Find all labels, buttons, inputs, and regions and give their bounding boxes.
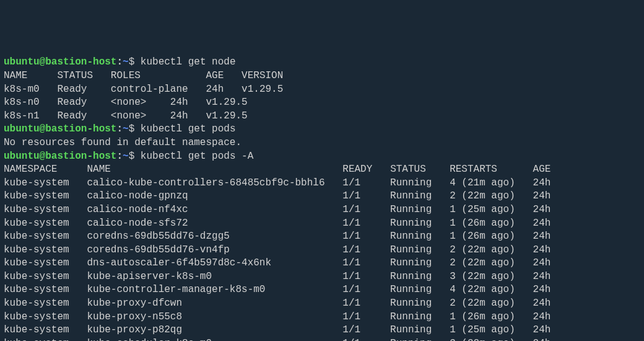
pod-name: dns-autoscaler-6f4b597d8c-4x6nk: [87, 257, 342, 268]
pod-namespace: kube-system: [4, 177, 87, 188]
pod-ready: 1/1: [342, 177, 390, 188]
pod-age: 24h: [533, 271, 551, 282]
pod-name: coredns-69db55dd76-vn4fp: [87, 244, 342, 255]
pod-row: kube-system calico-node-gpnzq 1/1 Runnin…: [4, 190, 550, 202]
col-roles: ROLES: [111, 70, 141, 81]
pod-age: 24h: [533, 311, 551, 322]
dollar: $: [129, 56, 141, 68]
pod-namespace: kube-system: [4, 324, 87, 335]
command-get-node: kubectl get node: [141, 56, 236, 68]
node-status: Ready: [57, 110, 110, 122]
pod-ready: 1/1: [342, 231, 390, 242]
node-roles: <none>: [111, 110, 170, 122]
node-status: Ready: [57, 84, 110, 95]
command-get-pods: kubectl get pods: [141, 123, 236, 135]
pod-namespace: kube-system: [4, 218, 87, 229]
pod-status: Running: [390, 284, 450, 295]
pod-status: Running: [390, 177, 450, 188]
pod-namespace: kube-system: [4, 190, 87, 202]
col-name: NAME: [4, 70, 27, 81]
pod-ready: 1/1: [342, 204, 390, 215]
node-age: 24h: [170, 97, 206, 108]
pod-status: Running: [390, 338, 450, 341]
pod-age: 24h: [533, 204, 551, 215]
pod-row: kube-system kube-proxy-n55c8 1/1 Running…: [4, 311, 550, 322]
col-name: NAME: [87, 164, 110, 175]
pod-age: 24h: [533, 190, 551, 202]
no-resources-line: No resources found in default namespace.: [4, 137, 242, 148]
col-status: STATUS: [390, 164, 426, 175]
pod-row: kube-system kube-apiserver-k8s-m0 1/1 Ru…: [4, 271, 550, 282]
pod-age: 24h: [533, 284, 551, 295]
pod-namespace: kube-system: [4, 231, 87, 242]
pod-row: kube-system calico-node-sfs72 1/1 Runnin…: [4, 218, 550, 229]
path: ~: [123, 56, 129, 68]
pod-row: kube-system calico-node-nf4xc 1/1 Runnin…: [4, 204, 550, 215]
prompt-line: ubuntu@bastion-host:~$ kubectl get pods …: [4, 151, 253, 162]
pod-status: Running: [390, 244, 450, 255]
col-age: AGE: [533, 164, 551, 175]
pod-row: kube-system coredns-69db55dd76-dzgg5 1/1…: [4, 231, 550, 242]
col-restarts: RESTARTS: [450, 164, 497, 175]
pod-restarts: 4 (22m ago): [450, 284, 533, 295]
pod-ready: 1/1: [342, 257, 390, 268]
node-roles: <none>: [111, 97, 170, 108]
pod-row: kube-system kube-controller-manager-k8s-…: [4, 284, 550, 295]
pod-status: Running: [390, 257, 450, 268]
node-row: k8s-n0 Ready <none> 24h v1.29.5: [4, 97, 248, 108]
user-host: ubuntu@bastion-host: [4, 151, 116, 162]
pod-ready: 1/1: [342, 218, 390, 229]
pod-name: kube-apiserver-k8s-m0: [87, 271, 342, 282]
path: ~: [123, 123, 129, 135]
pod-restarts: 4 (21m ago): [450, 177, 533, 188]
pod-status: Running: [390, 298, 450, 309]
terminal-output[interactable]: ubuntu@bastion-host:~$ kubectl get node …: [4, 56, 640, 341]
pod-ready: 1/1: [342, 244, 390, 255]
pod-age: 24h: [533, 218, 551, 229]
path: ~: [123, 151, 129, 162]
node-row: k8s-m0 Ready control-plane 24h v1.29.5: [4, 84, 283, 95]
pod-age: 24h: [533, 177, 551, 188]
pod-ready: 1/1: [342, 298, 390, 309]
prompt-line: ubuntu@bastion-host:~$ kubectl get node: [4, 56, 235, 68]
pod-namespace: kube-system: [4, 204, 87, 215]
col-age: AGE: [206, 70, 224, 81]
pod-ready: 1/1: [342, 338, 390, 341]
node-age: 24h: [170, 110, 206, 122]
pod-status: Running: [390, 190, 450, 202]
pod-name: kube-proxy-dfcwn: [87, 298, 342, 309]
pod-age: 24h: [533, 324, 551, 335]
node-version: v1.29.5: [242, 84, 283, 95]
dollar: $: [129, 123, 141, 135]
pod-age: 24h: [533, 231, 551, 242]
prompt-line: ubuntu@bastion-host:~$ kubectl get pods: [4, 123, 235, 135]
node-name: k8s-n0: [4, 97, 57, 108]
pod-restarts: 1 (26m ago): [450, 218, 533, 229]
pod-namespace: kube-system: [4, 271, 87, 282]
pod-ready: 1/1: [342, 190, 390, 202]
pod-restarts: 2 (22m ago): [450, 298, 533, 309]
pod-row: kube-system kube-proxy-dfcwn 1/1 Running…: [4, 298, 550, 309]
pod-namespace: kube-system: [4, 244, 87, 255]
pod-age: 24h: [533, 257, 551, 268]
pod-ready: 1/1: [342, 284, 390, 295]
pod-restarts: 3 (22m ago): [450, 271, 533, 282]
pod-name: kube-proxy-n55c8: [87, 311, 342, 322]
node-row: k8s-n1 Ready <none> 24h v1.29.5: [4, 110, 248, 122]
pod-namespace: kube-system: [4, 311, 87, 322]
node-roles: control-plane: [111, 84, 206, 95]
pod-status: Running: [390, 271, 450, 282]
pod-restarts: 1 (26m ago): [450, 311, 533, 322]
col-version: VERSION: [242, 70, 283, 81]
colon: :: [116, 151, 123, 162]
pod-status: Running: [390, 218, 450, 229]
pod-name: kube-controller-manager-k8s-m0: [87, 284, 342, 295]
pod-namespace: kube-system: [4, 284, 87, 295]
col-namespace: NAMESPACE: [4, 164, 57, 175]
user-host: ubuntu@bastion-host: [4, 123, 116, 135]
pod-age: 24h: [533, 338, 551, 341]
pod-namespace: kube-system: [4, 338, 87, 341]
pod-ready: 1/1: [342, 311, 390, 322]
pod-row: kube-system calico-kube-controllers-6848…: [4, 177, 550, 188]
dollar: $: [129, 151, 141, 162]
